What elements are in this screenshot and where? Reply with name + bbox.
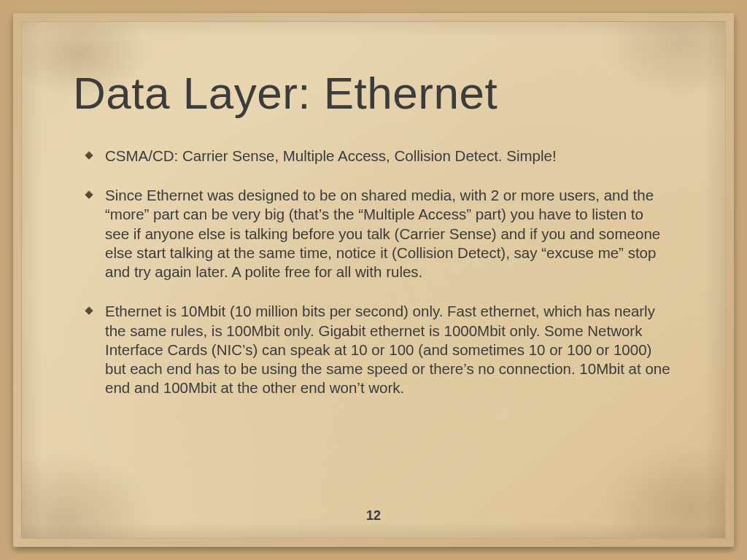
- list-item: Since Ethernet was designed to be on sha…: [105, 186, 674, 281]
- bullet-list: CSMA/CD: Carrier Sense, Multiple Access,…: [73, 147, 674, 398]
- list-item: CSMA/CD: Carrier Sense, Multiple Access,…: [105, 147, 674, 166]
- page-number: 12: [22, 508, 725, 524]
- slide-title: Data Layer: Ethernet: [73, 67, 674, 119]
- slide-paper: Data Layer: Ethernet CSMA/CD: Carrier Se…: [21, 21, 726, 539]
- slide-content: Data Layer: Ethernet CSMA/CD: Carrier Se…: [22, 22, 725, 398]
- list-item: Ethernet is 10Mbit (10 million bits per …: [105, 302, 674, 397]
- slide-outer-frame: Data Layer: Ethernet CSMA/CD: Carrier Se…: [13, 13, 734, 547]
